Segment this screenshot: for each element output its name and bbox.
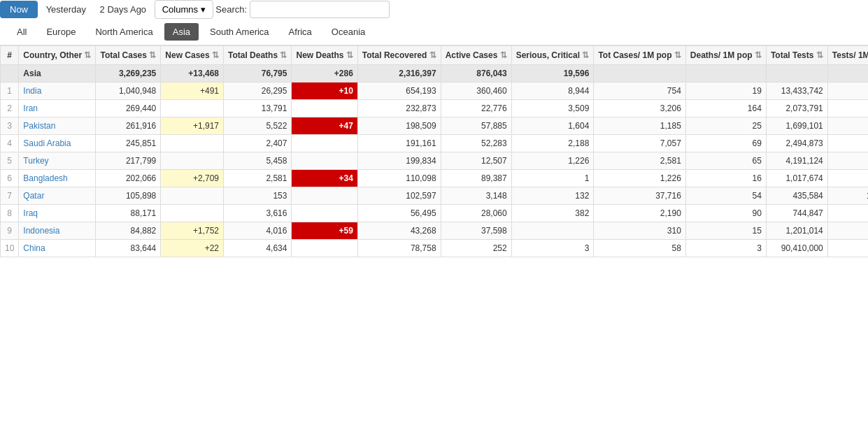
active-cases-cell: 37,598 — [441, 222, 511, 240]
new-cases-cell: +2,709 — [161, 170, 224, 187]
col-header-7[interactable]: Active Cases ⇅ — [441, 46, 511, 65]
new-cases-cell: +22 — [161, 240, 224, 257]
tot-cases-1m-cell: 58 — [594, 240, 685, 257]
country-cell[interactable]: Bangladesh — [19, 170, 96, 187]
col-header-6[interactable]: Total Recovered ⇅ — [357, 46, 441, 65]
serious-critical-cell: 1,226 — [511, 152, 594, 170]
rank-cell: 3 — [1, 117, 19, 135]
tot-cases-1m-cell: 2,190 — [594, 205, 685, 222]
tot-cases-1m-cell: 3,206 — [594, 100, 685, 117]
serious-critical-cell: 1 — [511, 170, 594, 187]
total-recovered-cell: 56,495 — [357, 205, 441, 222]
deaths-1m-cell: 3 — [685, 240, 766, 257]
tests-1m-cell: 9,730 — [827, 83, 868, 100]
tab-north-america[interactable]: North America — [87, 23, 161, 41]
serious-critical-cell: 132 — [511, 187, 594, 205]
table-row: 8Iraq88,1713,61656,49528,0603822,1909074… — [1, 205, 869, 222]
summary-cell-7: 876,043 — [441, 65, 511, 83]
sort-icon: ⇅ — [346, 50, 353, 60]
summary-row: Asia3,269,235+13,46876,795+2862,316,3978… — [1, 65, 869, 83]
tab-africa[interactable]: Africa — [280, 23, 320, 41]
tests-1m-cell: 7,686 — [827, 117, 868, 135]
yesterday-button[interactable]: Yesterday — [41, 1, 92, 18]
active-cases-cell: 252 — [441, 240, 511, 257]
new-cases-cell — [161, 187, 224, 205]
country-cell[interactable]: Pakistan — [19, 117, 96, 135]
rank-cell: 2 — [1, 100, 19, 117]
total-recovered-cell: 78,758 — [357, 240, 441, 257]
tab-europe[interactable]: Europe — [38, 23, 84, 41]
two-days-ago-button[interactable]: 2 Days Ago — [94, 1, 152, 18]
tab-south-america[interactable]: South America — [201, 23, 278, 41]
search-input[interactable] — [250, 1, 390, 18]
total-tests-cell: 435,584 — [766, 187, 827, 205]
country-cell[interactable]: Indonesia — [19, 222, 96, 240]
total-tests-cell: 2,073,791 — [766, 100, 827, 117]
new-cases-cell: +1,917 — [161, 117, 224, 135]
tab-oceania[interactable]: Oceania — [323, 23, 373, 41]
country-cell[interactable]: Iraq — [19, 205, 96, 222]
columns-button[interactable]: Columns ▾ — [155, 0, 213, 19]
tabs-bar: AllEuropeNorth AmericaAsiaSouth AmericaA… — [0, 19, 868, 45]
summary-cell-1: Asia — [19, 65, 96, 83]
col-header-11[interactable]: Total Tests ⇅ — [766, 46, 827, 65]
tab-all[interactable]: All — [8, 23, 35, 41]
new-deaths-cell — [292, 135, 357, 152]
sort-icon: ⇅ — [816, 50, 823, 60]
new-deaths-cell: +47 — [292, 117, 357, 135]
country-cell[interactable]: Qatar — [19, 187, 96, 205]
active-cases-cell: 28,060 — [441, 205, 511, 222]
total-cases-cell: 261,916 — [96, 117, 161, 135]
tot-cases-1m-cell: 1,185 — [594, 117, 685, 135]
table-row: 9Indonesia84,882+1,7524,016+5943,26837,5… — [1, 222, 869, 240]
table-row: 1India1,040,948+49126,295+10654,193360,4… — [1, 83, 869, 100]
summary-cell-10 — [685, 65, 766, 83]
deaths-1m-cell: 15 — [685, 222, 766, 240]
active-cases-cell: 12,507 — [441, 152, 511, 170]
col-header-2[interactable]: Total Cases ⇅ — [96, 46, 161, 65]
new-cases-cell: +491 — [161, 83, 224, 100]
serious-critical-cell: 382 — [511, 205, 594, 222]
new-cases-cell: +1,752 — [161, 222, 224, 240]
col-header-10[interactable]: Deaths/ 1M pop ⇅ — [685, 46, 766, 65]
new-deaths-cell: +34 — [292, 170, 357, 187]
rank-cell: 9 — [1, 222, 19, 240]
active-cases-cell: 52,283 — [441, 135, 511, 152]
total-recovered-cell: 110,098 — [357, 170, 441, 187]
new-deaths-cell — [292, 240, 357, 257]
country-cell[interactable]: Turkey — [19, 152, 96, 170]
country-cell[interactable]: China — [19, 240, 96, 257]
col-header-4[interactable]: Total Deaths ⇅ — [224, 46, 292, 65]
tests-1m-cell: 24,677 — [827, 100, 868, 117]
table-row: 7Qatar105,898153102,5973,14813237,716544… — [1, 187, 869, 205]
col-header-8[interactable]: Serious, Critical ⇅ — [511, 46, 594, 65]
rank-cell: 1 — [1, 83, 19, 100]
sort-icon: ⇅ — [582, 50, 589, 60]
tests-1m-cell: 155,133 — [827, 187, 868, 205]
col-header-3[interactable]: New Cases ⇅ — [161, 46, 224, 65]
col-header-5[interactable]: New Deaths ⇅ — [292, 46, 357, 65]
total-tests-cell: 90,410,000 — [766, 240, 827, 257]
country-cell[interactable]: Iran — [19, 100, 96, 117]
total-cases-cell: 245,851 — [96, 135, 161, 152]
active-cases-cell: 3,148 — [441, 187, 511, 205]
col-header-12[interactable]: Tests/ 1M pop ⇅ — [827, 46, 868, 65]
total-cases-cell: 202,066 — [96, 170, 161, 187]
total-recovered-cell: 232,873 — [357, 100, 441, 117]
table-row: 4Saudi Arabia245,8512,407191,16152,2832,… — [1, 135, 869, 152]
tot-cases-1m-cell: 1,226 — [594, 170, 685, 187]
country-cell[interactable]: Saudi Arabia — [19, 135, 96, 152]
col-header-1[interactable]: Country, Other ⇅ — [19, 46, 96, 65]
new-deaths-cell: +10 — [292, 83, 357, 100]
total-recovered-cell: 43,268 — [357, 222, 441, 240]
col-header-9[interactable]: Tot Cases/ 1M pop ⇅ — [594, 46, 685, 65]
total-deaths-cell: 5,458 — [224, 152, 292, 170]
sort-icon: ⇅ — [674, 50, 681, 60]
now-button[interactable]: Now — [0, 1, 38, 18]
country-cell[interactable]: India — [19, 83, 96, 100]
tab-asia[interactable]: Asia — [164, 23, 199, 41]
rank-cell: 10 — [1, 240, 19, 257]
table-row: 10China83,644+224,63478,758252358390,410… — [1, 240, 869, 257]
new-deaths-cell — [292, 187, 357, 205]
search-label: Search: — [215, 4, 247, 15]
